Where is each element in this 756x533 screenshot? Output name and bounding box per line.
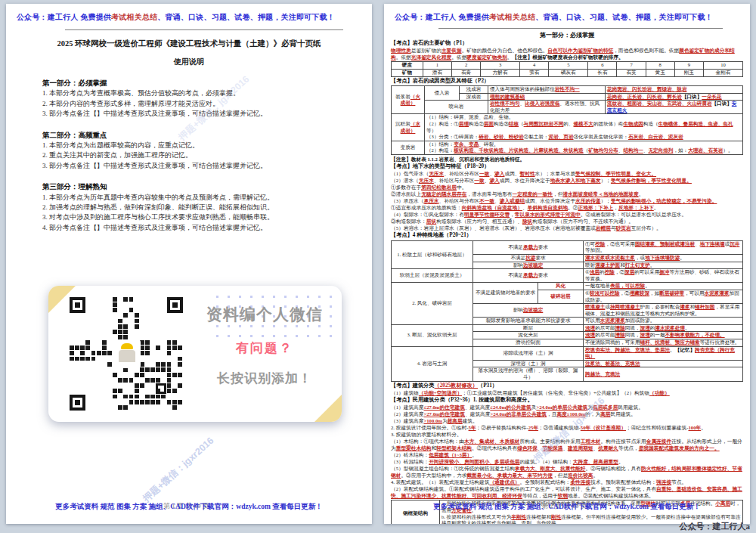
table-row: 1. 松散土层（砂和砂砾石地层） 不满足承载力要求 ①可挖除，②也可采用固结灌浆… [392, 240, 743, 254]
content-line: 3. 按建筑物的承重结构材料分。 [391, 431, 743, 438]
cell: 深埋溶（土）洞 [473, 360, 584, 367]
section-line: 3. 部分考点备注【】中描述考查形式及注意事项，可结合描述掌握并记忆。 [42, 109, 342, 119]
topic-heading: 【考点】民用建筑分类（P32~36）1. 按建筑层数和高度分。 [391, 397, 743, 404]
cell: 影响边坡稳定 [473, 304, 584, 318]
cell: 溶隙或浅埋溶（土）洞 [473, 346, 584, 360]
topic-heading: 【考点】4 种特殊地基（P20~21） [391, 232, 743, 239]
qr-finder-icon [167, 297, 183, 313]
page-left: 押题+微信：jgxr2016 押题+微信：jgxr2016 公众号：建工行人 免… [6, 4, 372, 524]
content-line: 物理性质是鉴别矿物的主要依据。矿物的颜色分为自色、他色和假色。自色可以作为鉴别矿… [391, 47, 743, 60]
cell: 花岗斑岩、闪长玢岩、辉绿岩、脉岩 [606, 86, 743, 94]
table-row: 岩浆岩（火成岩） 侵入岩 浅成岩 侵入体与周围岩体的接触部位岩性不均一 花岗斑岩… [392, 86, 743, 94]
cell: 石膏 [452, 70, 481, 77]
content-line: （4）裂隙水：①风化裂隙水：有明显季节性循环交替，常以泉水的形式排泄于河流中。②… [391, 211, 743, 218]
content-line: （5）型钢混凝土组合结构：①比传统的钢筋混凝土结构承载力大、刚度大、抗震性能好。… [391, 465, 743, 479]
content-line: （3）承压水（承压水、补给区与分布区不一致、渗入或凝结成因、水位升降决定于水压的… [391, 197, 743, 204]
section-line: 2. 重点关注其中的新变点，加强施工程序的记忆。 [42, 150, 342, 160]
section-line: 1. 本部分考点为考查概率极高、预估分值较高的考点，必须掌握。 [42, 88, 342, 98]
cell: 方解石 [481, 70, 520, 77]
section-part2: 第二部分：高频重点 1. 本部分考点为出题概率较高的内容，应重点记忆。 2. 重… [42, 131, 342, 172]
qr-alignment-icon [156, 383, 166, 394]
table-row: 硬度 1 2 3 4 5 6 7 8 9 10 [392, 62, 743, 70]
content-line: （3）建筑高度>100.0m为超高层建筑。 [391, 417, 743, 424]
cell: ①浅层的挖除，②深层的可以采用振冲等方法用砂、砂砾、碎石或块石等置换。 [584, 269, 743, 283]
cell: 喷混凝土或挂网喷混凝土护面，必要时配合灌浆和锚杆加固，甚至采用砌体、混凝土和钢筋… [584, 304, 743, 318]
section-line: 2. 本部分内容的考查形式多样，需理解原理才能灵活应对。 [42, 99, 342, 109]
table-row: 沉积岩（水成岩） （1）结构：碎屑、泥质、晶粒、生物。 （2）构造：①层理构造②… [392, 114, 743, 141]
document-viewer-background: 押题+微信：jgxr2016 押题+微信：jgxr2016 公众号：建工行人 免… [0, 0, 756, 533]
cell: 2. 风化、破碎岩层 [392, 283, 473, 325]
section-heading: 第三部分：理解熟知 [42, 182, 342, 192]
cell: 落水洞及浅埋的溶沟（槽）、溶隙（裂隙、漏斗） [473, 367, 584, 381]
doc-subtitle: 使用说明 [6, 57, 372, 67]
content-line: （1）包气带水（无压水、补给区分布区一致、渗入成因、暂时性水）；水量与水质受气候… [391, 170, 743, 177]
cell: 1 [423, 62, 451, 70]
cell: 变质岩 [392, 141, 425, 154]
cell: ①较浅可以挖除，②埋藏较深，如断层破碎带，可以用水泥浆灌浆加固或防渗。 [584, 290, 743, 303]
section-part1: 第一部分：必须掌握 1. 本部分考点为考查概率极高、预估分值较高的考点，必须掌握… [42, 79, 342, 119]
cell: 流纹岩、粗面岩、安山岩、玄武岩、火山碎屑岩【口诀】安流玄粗火 [606, 101, 743, 114]
cell: 灌水泥浆或水泥黏土浆，或地下连续墙防渗。 [584, 254, 743, 262]
cell: 岩浆岩（火成岩） [392, 86, 425, 114]
cell: 10 [703, 62, 742, 70]
cell: 刚玉 [674, 70, 703, 77]
content-line: （2）建筑高度>27.0m的住宅建筑、建筑高度>24.0m的非单层公共建筑，且高… [391, 411, 743, 417]
divider [438, 28, 723, 29]
topic-heading: 【考点】建筑分类（2025教材修改）（P31） [391, 383, 743, 389]
cell: 5 [549, 62, 588, 70]
content-line: ②潜水面以上无稳定的隔水层存在，潜水面常与地形有一定程度的一致性，但潜水面坡度经… [391, 191, 743, 197]
card-corner-decoration [314, 395, 342, 422]
mineral-hardness-table: 硬度 1 2 3 4 5 6 7 8 9 10 矿物 滑石 石膏 方解石 [391, 61, 743, 76]
cell: 滑动控制面 [473, 339, 584, 347]
table-row: 喷出岩 岩性很不均匀、比侵入岩强度低、透水性强、抗风化能力差 流纹岩、粗面岩、安… [392, 101, 743, 114]
content-line: （1）结构：碎屑、泥质、晶粒、生物。 [426, 114, 741, 121]
cell: 风化 [538, 283, 584, 290]
cell: ①可挖除，②也可采用固结灌浆、预制桩或灌注桩、地下连续墙或沉井等加固。 [584, 240, 743, 254]
cell: 不满足承载力要求 [473, 240, 584, 254]
promo-header: 公众号：建工行人 免费提供考试相关总结、背诵、口诀、习题、试卷、押题，关注即可下… [17, 12, 363, 23]
section-heading: 第二部分：高频重点 [42, 131, 342, 141]
hard-hat-icon [121, 343, 133, 349]
section-line: 1. 本部分考点为历年真题中考查内容较集中的考点及预测考点，需理解记忆。 [42, 193, 342, 203]
cell: 喷出岩 [425, 101, 488, 114]
cell: 硬度 [392, 62, 423, 70]
cell: 浅埋的尽可能清除回填，深埋的灌水泥浆处理。 [584, 324, 743, 332]
cell: 侵入体与周围岩体的接触部位岩性不均一 [488, 86, 606, 94]
qr-card-hint: 长按识别添加！ [198, 370, 331, 387]
qr-finder-icon [70, 395, 85, 411]
section-line: 3. 部分考点备注【】中描述考查形式及注意事项，可结合描述掌握并记忆。 [42, 161, 342, 171]
cell: 浅埋的尽可能清除回填，深埋的一般不影响承载能力，不处理。 [584, 332, 743, 339]
content-line: （3）砖混结构：开间进深较小、房间面积小、多层或低层的建筑。（4）钢结构：大跨度… [391, 458, 743, 465]
cell: 泥化夹层 [473, 332, 584, 339]
cell: 可以用水泥浆灌浆加固或防渗。 [584, 318, 743, 325]
cell: 2 [452, 62, 481, 70]
table-row: 矿物 滑石 石膏 方解石 萤石 磷灰石 长石 石英 黄玉 刚玉 金刚石 [392, 70, 743, 77]
table-row: 变质岩 （1）结构：变余、变晶、碎裂。 （2）构造：板状构造、千枚状构造、片状构… [392, 141, 743, 154]
cell: （1）结构：碎屑、泥质、晶粒、生物。 （2）构造：①层理构造②层面构造③结核（与… [425, 114, 743, 141]
cell: 9 [674, 62, 703, 70]
cell: 磷灰石 [549, 70, 588, 77]
cell: 注浆法、桩基法、充填法 [584, 360, 743, 367]
qr-code[interactable] [70, 297, 183, 411]
section-line: 1. 本部分考点为出题概率较高的内容，应重点记忆。 [42, 141, 342, 150]
cell: 滑石 [423, 70, 451, 77]
promo-header: 公众号：建工行人 免费提供考试相关总结、背诵、口诀、习题、试卷、押题，关注即可下… [395, 12, 741, 23]
content-line: （1）建筑物（功能+空间场所）；①工业建筑②民用建筑【居住建筑（住宅类、非住宅类… [391, 389, 743, 396]
cell: 1. 松散土层（砂和砂砾石地层） [392, 240, 473, 268]
cell: 断层 [473, 324, 584, 332]
corner-account-tag: 公众号：建工行人a [680, 521, 751, 532]
cell: 软弱土层（淤泥及淤泥质土） [392, 269, 473, 283]
qr-card-text: 资料编个人微信 有问题？ 长按识别添加！ [198, 304, 331, 387]
cell: 挖填夯实法、跨越法、充填法、垫层法。【记忆】跨夯充垫（跨行充电） [584, 346, 743, 360]
cell: 不便清除回填的，可采用锚杆、抗滑桩、预应力锚索等进行抗滑处理。 [584, 339, 743, 347]
table-row: 2. 风化、破碎岩层 不满足建筑物对地基的要求 风化 一般在地基表层，可以挖除。 [392, 283, 743, 290]
topic-heading: 【考点】地下水的类型与特征（P18~20） [391, 163, 743, 170]
cell: 浅成岩 [460, 86, 488, 94]
engineer-avatar-icon [113, 339, 141, 368]
part-title: 第一部分：必须掌握 [391, 31, 743, 39]
section-part3: 第三部分：理解熟知 1. 本部分考点为历年真题中考查内容较集中的考点及预测考点，… [42, 182, 342, 233]
cell: 4 [520, 62, 549, 70]
watermark: 押题+微信：jgxr2016 [141, 435, 217, 505]
page-title: 2025 环球网校一级造价工程师《建设工程技术与计量（土建）》必背十页纸 [6, 39, 372, 49]
cell: 石英 [617, 70, 646, 77]
